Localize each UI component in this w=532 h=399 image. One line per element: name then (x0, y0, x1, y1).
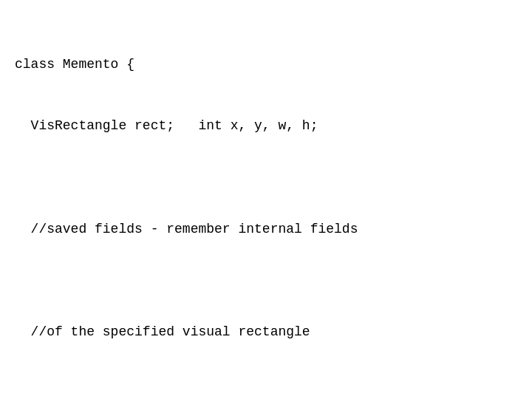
code-line-4: //saved fields - remember internal field… (15, 219, 502, 240)
code-line-6: //of the specified visual rectangle (15, 322, 502, 343)
code-line-2: VisRectangle rect; int x, y, w, h; (15, 116, 502, 137)
code-line-1: class Memento { (15, 55, 502, 75)
code-block: class Memento { VisRectangle rect; int x… (0, 0, 516, 399)
